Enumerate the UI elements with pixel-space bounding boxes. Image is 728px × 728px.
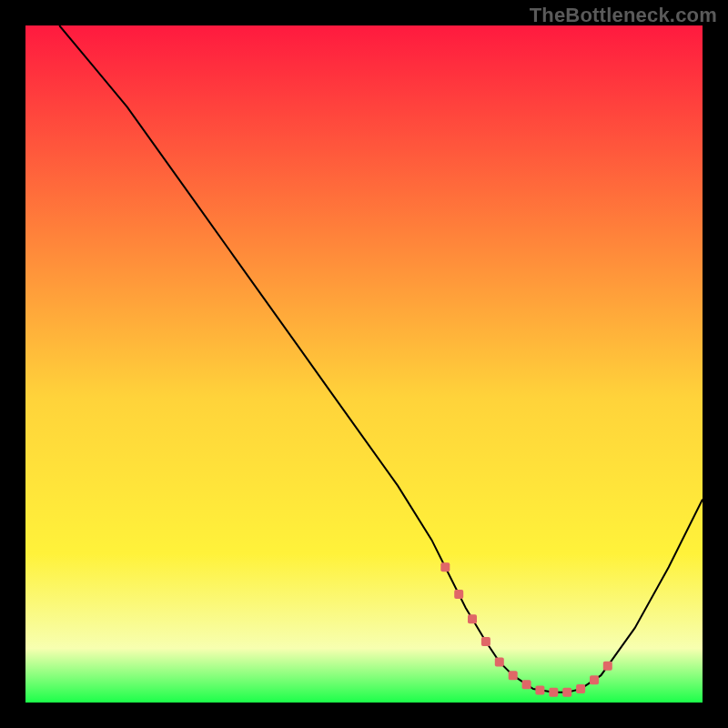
watermark-text: TheBottleneck.com (530, 4, 717, 27)
highlight-dot (495, 657, 504, 666)
highlight-dot (603, 662, 612, 671)
gradient-bg (25, 25, 703, 703)
highlight-dot (522, 680, 531, 689)
highlight-dot (481, 637, 490, 646)
highlight-dot (549, 688, 558, 697)
highlight-dot (562, 688, 571, 697)
highlight-dot (509, 671, 518, 680)
highlight-dot (468, 614, 477, 623)
highlight-dot (454, 590, 463, 599)
highlight-dot (590, 675, 599, 684)
chart-svg (25, 25, 703, 703)
chart-frame: TheBottleneck.com (0, 0, 728, 728)
highlight-dot (440, 562, 450, 571)
highlight-dot (535, 685, 544, 694)
plot-area (25, 25, 703, 703)
highlight-dot (576, 684, 585, 693)
